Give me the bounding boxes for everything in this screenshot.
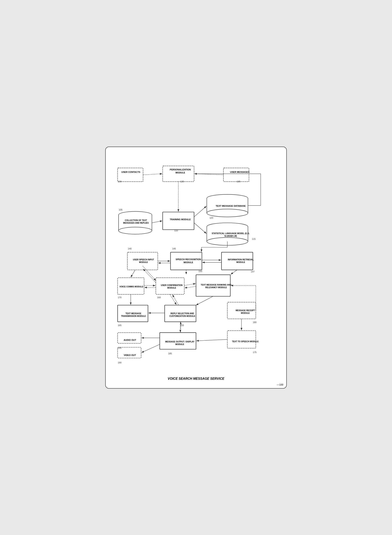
text-to-speech-box: TEXT TO SPEECH MODULE bbox=[231, 333, 260, 351]
reply-selection-ref: 155 bbox=[180, 324, 184, 326]
svg-line-64 bbox=[173, 295, 178, 305]
personalization-ref: 125 bbox=[180, 180, 184, 183]
voice-comms-box: VOICE COMMS MODULE bbox=[118, 278, 145, 295]
text-msg-ranking-box: TEXT MESSAGE RANKING AND RELEVANCY MODUL… bbox=[198, 275, 234, 297]
user-messages-ref: 135 bbox=[237, 180, 240, 183]
reply-selection-box: REPLY SELECTION AND CUSTOMIZATION MODULE bbox=[166, 306, 198, 323]
video-out-box: VIDEO OUT bbox=[118, 350, 142, 361]
svg-line-70 bbox=[196, 340, 228, 341]
text-msg-trans-ref: 165 bbox=[118, 324, 121, 326]
diagram-container: USER CONTACTS 130 PERSONALIZATION MODULE… bbox=[112, 153, 280, 375]
user-confirmation-box: USER CONFIRMATION MODULE bbox=[157, 278, 186, 295]
svg-line-52 bbox=[231, 270, 237, 274]
video-out-ref: 190 bbox=[118, 361, 121, 364]
personalization-box: PERSONALIZATION MODULE bbox=[164, 163, 196, 179]
collection-box: COLLECTION OF TEXT MESSAGES AND REPLIES bbox=[119, 214, 153, 230]
page: USER CONTACTS 130 PERSONALIZATION MODULE… bbox=[105, 147, 287, 389]
text-msg-db-box: TEXT MESSAGE DATABASE bbox=[210, 196, 252, 216]
speech-recognition-box: SPEECH RECOGNITION MODULE bbox=[172, 252, 205, 270]
svg-line-72 bbox=[142, 344, 160, 353]
svg-line-60 bbox=[196, 296, 213, 305]
message-receipt-box: MESSAGE RECEIPT MODULE bbox=[231, 303, 260, 321]
text-msg-trans-box: TEXT MESSAGE TRANSMISSION MODULE bbox=[118, 306, 149, 323]
user-contacts-ref: 130 bbox=[118, 180, 121, 183]
diagram-title: VOICE SEARCH MESSAGE SERVICE bbox=[112, 377, 280, 381]
stat-lang-box: STATISTICAL LANGUAGE MODEL (E.G. N-GRAM … bbox=[210, 225, 252, 245]
svg-line-53 bbox=[131, 270, 135, 277]
message-receipt-ref: 180 bbox=[253, 321, 257, 323]
user-speech-ref: 140 bbox=[128, 247, 131, 250]
text-msg-ranking-ref: 150 bbox=[198, 270, 202, 272]
svg-line-35 bbox=[143, 174, 162, 175]
user-speech-box: USER SPEECH INPUT MODULE bbox=[128, 252, 159, 270]
user-contacts-box: USER CONTACTS bbox=[118, 165, 144, 179]
training-box: TRAINING MODULE bbox=[164, 210, 196, 229]
info-retrieval-box: INFORMATION RETRIEVAL MODULE bbox=[225, 252, 257, 270]
text-msg-db-ref: 120 bbox=[210, 217, 213, 219]
svg-line-38 bbox=[152, 221, 162, 223]
message-output-box: MESSAGE OUTPUT / DISPLAY MODULE bbox=[161, 335, 198, 352]
svg-line-63 bbox=[170, 294, 177, 305]
svg-line-55 bbox=[143, 269, 156, 283]
text-to-speech-ref: 175 bbox=[253, 351, 257, 354]
message-output-ref: 185 bbox=[168, 352, 172, 355]
stat-lang-ref: 115 bbox=[252, 238, 256, 240]
user-confirmation-ref: 160 bbox=[157, 296, 161, 299]
svg-line-36 bbox=[194, 174, 224, 175]
audio-out-ref: 195 bbox=[118, 347, 121, 349]
svg-line-59 bbox=[185, 286, 196, 288]
voice-comms-ref: 170 bbox=[118, 296, 121, 299]
user-messages-box: USER MESSAGES bbox=[227, 165, 253, 179]
speech-recognition-ref: 145 bbox=[172, 247, 176, 250]
corner-ref: —100 bbox=[277, 383, 283, 386]
info-retrieval-ref: 147 bbox=[251, 270, 254, 273]
training-ref: 110 bbox=[174, 229, 178, 232]
collection-ref: 105 bbox=[119, 209, 122, 211]
audio-out-box: AUDIO OUT bbox=[118, 335, 142, 346]
